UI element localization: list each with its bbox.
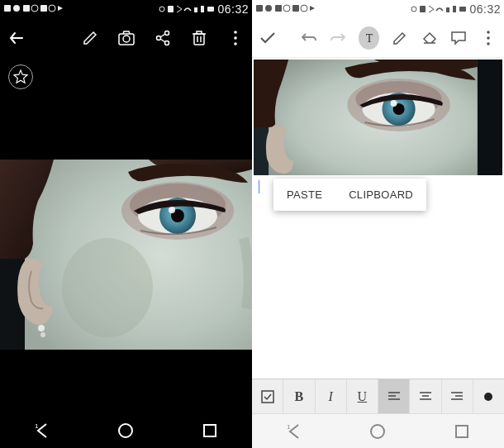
nav-home-left[interactable] [109,414,142,447]
status-time-left: 06:32 [217,2,249,16]
back-button[interactable] [7,28,26,48]
pen-tool-button[interactable] [391,28,409,48]
svg-rect-46 [478,60,502,175]
bullet-button[interactable] [473,379,504,413]
svg-point-27 [40,332,45,337]
nav-recent-left[interactable] [193,414,226,447]
favorite-button[interactable] [8,64,33,89]
status-notifications-right [255,4,321,14]
camera-button[interactable] [116,28,136,48]
bold-button[interactable]: B [283,379,315,413]
svg-rect-40 [459,7,466,12]
share-button[interactable] [153,28,173,48]
status-bar-left: 06:32 [0,0,252,18]
svg-rect-39 [420,6,426,12]
svg-text:1: 1 [35,422,39,430]
svg-point-33 [265,5,272,12]
svg-rect-54 [262,391,273,403]
svg-point-42 [487,31,490,34]
svg-point-53 [391,100,397,107]
status-time-right: 06:32 [469,2,501,16]
text-tool-button[interactable]: T [359,26,379,50]
nav-bar-left: 1 [0,413,252,448]
more-button[interactable] [226,28,245,48]
svg-rect-14 [194,34,204,45]
svg-point-44 [487,42,490,45]
undo-button[interactable] [300,28,318,48]
svg-point-6 [159,7,164,12]
svg-point-11 [157,36,161,41]
svg-point-43 [487,36,490,40]
notification-icons [3,4,69,14]
more-button-right[interactable] [479,28,497,48]
svg-rect-36 [292,5,299,12]
nav-recent-right[interactable] [445,415,478,448]
status-system-left: 06:32 [158,2,249,16]
svg-text:T: T [365,32,373,45]
done-button[interactable] [259,28,277,48]
svg-point-26 [38,325,45,331]
checkbox-button[interactable] [252,379,283,413]
svg-point-12 [165,31,169,36]
photo-viewport[interactable] [0,96,252,413]
svg-point-64 [484,393,492,401]
favorite-area [0,58,252,96]
align-center-button[interactable] [410,379,441,413]
paste-button[interactable]: PASTE [273,179,335,211]
svg-point-1 [13,5,20,12]
status-system-right: 06:32 [410,2,501,16]
redo-button[interactable] [329,28,347,48]
svg-rect-32 [256,5,263,12]
photo-viewer-screen: 06:32 [0,0,252,448]
svg-rect-31 [204,425,216,436]
editor-content[interactable]: PASTE CLIPBOARD [252,58,504,379]
svg-point-10 [123,36,130,42]
nav-back-right[interactable]: 1 [278,415,311,448]
svg-point-5 [49,5,55,12]
svg-point-35 [283,5,290,12]
status-bar-right: 06:32 [252,0,504,18]
nav-back-left[interactable]: 1 [26,414,59,447]
svg-rect-2 [23,5,30,12]
svg-point-17 [234,42,237,45]
photo-toolbar [0,18,252,58]
svg-point-13 [165,41,169,45]
delete-button[interactable] [189,28,209,48]
format-toolbar: B I U [252,379,504,413]
context-menu: PASTE CLIPBOARD [273,179,426,211]
svg-rect-34 [275,5,282,12]
svg-rect-67 [456,426,468,437]
svg-point-37 [301,5,307,12]
toolbar-actions [80,28,245,48]
nav-bar-right: 1 [252,413,504,448]
system-icons [158,4,216,14]
inserted-image[interactable] [254,60,502,175]
italic-button[interactable]: I [316,379,347,413]
svg-point-28 [62,238,153,337]
svg-rect-7 [168,6,174,12]
svg-point-16 [234,36,237,40]
underline-button[interactable]: U [347,379,378,413]
svg-point-3 [31,5,38,12]
svg-point-66 [371,425,384,438]
svg-point-25 [169,207,175,213]
edit-button[interactable] [80,28,100,48]
status-notifications-left [3,4,69,14]
svg-text:1: 1 [287,423,291,431]
svg-rect-4 [40,5,47,12]
nav-home-right[interactable] [361,415,394,448]
svg-point-15 [234,31,237,34]
align-right-button[interactable] [442,379,473,413]
editor-toolbar: T [252,18,504,58]
svg-rect-0 [4,5,11,12]
comment-button[interactable] [450,28,468,48]
svg-rect-8 [207,7,214,12]
svg-point-30 [119,424,132,437]
eraser-button[interactable] [421,28,439,48]
note-editor-screen: 06:32 T [252,0,504,448]
photo-image [0,160,252,350]
text-cursor [259,180,259,193]
align-left-button[interactable] [378,379,410,413]
clipboard-button[interactable]: CLIPBOARD [335,179,426,211]
svg-point-38 [411,7,416,12]
